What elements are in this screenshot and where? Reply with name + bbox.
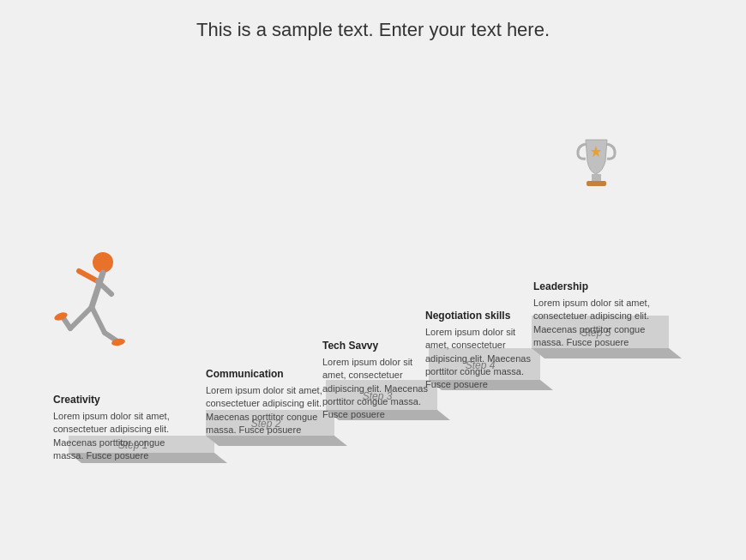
svg-marker-19	[532, 348, 682, 358]
main-content: Step 1 Step 2 Step 3 Step 4 Step 5 Creat…	[0, 50, 746, 547]
svg-rect-25	[592, 174, 601, 181]
trophy-icon	[573, 135, 620, 199]
page-title: This is a sample text. Enter your text h…	[0, 0, 746, 50]
svg-marker-13	[206, 436, 347, 446]
svg-rect-26	[587, 181, 606, 186]
